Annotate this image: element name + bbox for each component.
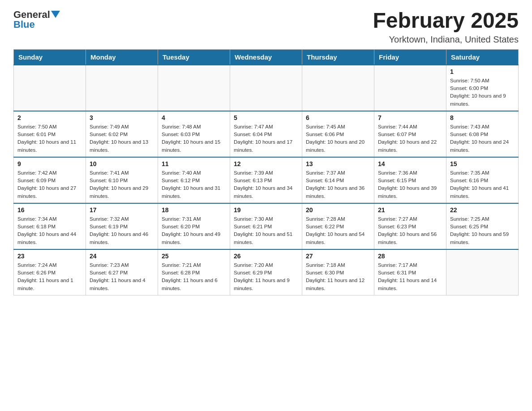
day-info: Sunrise: 7:49 AMSunset: 6:02 PMDaylight:… (90, 123, 154, 154)
day-info: Sunrise: 7:45 AMSunset: 6:06 PMDaylight:… (306, 123, 370, 154)
day-info: Sunrise: 7:32 AMSunset: 6:19 PMDaylight:… (90, 215, 154, 246)
day-info: Sunrise: 7:25 AMSunset: 6:25 PMDaylight:… (450, 215, 515, 246)
calendar-cell: 14Sunrise: 7:36 AMSunset: 6:15 PMDayligh… (374, 157, 446, 203)
calendar-title: February 2025 (373, 9, 519, 33)
day-number: 27 (306, 253, 370, 260)
calendar-cell: 11Sunrise: 7:40 AMSunset: 6:12 PMDayligh… (158, 157, 230, 203)
calendar-cell: 20Sunrise: 7:28 AMSunset: 6:22 PMDayligh… (302, 203, 374, 249)
day-number: 19 (234, 206, 298, 214)
calendar-cell: 13Sunrise: 7:37 AMSunset: 6:14 PMDayligh… (302, 157, 374, 203)
day-info: Sunrise: 7:48 AMSunset: 6:03 PMDaylight:… (162, 123, 226, 154)
day-info: Sunrise: 7:36 AMSunset: 6:15 PMDaylight:… (378, 169, 442, 200)
day-info: Sunrise: 7:31 AMSunset: 6:20 PMDaylight:… (162, 215, 226, 246)
day-number: 1 (450, 68, 515, 75)
day-number: 3 (90, 114, 154, 121)
calendar-week-row: 9Sunrise: 7:42 AMSunset: 6:09 PMDaylight… (14, 157, 519, 203)
day-number: 7 (378, 114, 442, 121)
day-number: 26 (234, 253, 298, 260)
page-header: General Blue February 2025 Yorktown, Ind… (13, 9, 519, 45)
calendar-cell (14, 65, 86, 111)
calendar-header-row: SundayMondayTuesdayWednesdayThursdayFrid… (14, 49, 519, 65)
calendar-cell: 19Sunrise: 7:30 AMSunset: 6:21 PMDayligh… (230, 203, 302, 249)
day-info: Sunrise: 7:47 AMSunset: 6:04 PMDaylight:… (234, 123, 298, 154)
day-number: 13 (306, 160, 370, 167)
calendar-cell: 22Sunrise: 7:25 AMSunset: 6:25 PMDayligh… (446, 203, 519, 249)
calendar-cell: 8Sunrise: 7:43 AMSunset: 6:08 PMDaylight… (446, 111, 519, 157)
day-number: 28 (378, 253, 442, 260)
calendar-day-header: Thursday (302, 49, 374, 65)
day-info: Sunrise: 7:28 AMSunset: 6:22 PMDaylight:… (306, 215, 370, 246)
calendar-week-row: 16Sunrise: 7:34 AMSunset: 6:18 PMDayligh… (14, 203, 519, 249)
day-number: 10 (90, 160, 154, 167)
calendar-cell: 28Sunrise: 7:17 AMSunset: 6:31 PMDayligh… (374, 249, 446, 295)
day-number: 2 (17, 114, 82, 121)
day-number: 6 (306, 114, 370, 121)
day-number: 16 (17, 206, 82, 214)
day-info: Sunrise: 7:23 AMSunset: 6:27 PMDaylight:… (90, 261, 154, 292)
day-number: 25 (162, 253, 226, 260)
calendar-cell: 9Sunrise: 7:42 AMSunset: 6:09 PMDaylight… (14, 157, 86, 203)
day-number: 8 (450, 114, 515, 121)
day-info: Sunrise: 7:37 AMSunset: 6:14 PMDaylight:… (306, 169, 370, 200)
day-info: Sunrise: 7:20 AMSunset: 6:29 PMDaylight:… (234, 261, 298, 292)
day-info: Sunrise: 7:50 AMSunset: 6:01 PMDaylight:… (17, 123, 82, 154)
day-info: Sunrise: 7:44 AMSunset: 6:07 PMDaylight:… (378, 123, 442, 154)
calendar-day-header: Friday (374, 49, 446, 65)
day-number: 18 (162, 206, 226, 214)
day-info: Sunrise: 7:50 AMSunset: 6:00 PMDaylight:… (450, 77, 515, 108)
calendar-cell: 2Sunrise: 7:50 AMSunset: 6:01 PMDaylight… (14, 111, 86, 157)
calendar-cell: 7Sunrise: 7:44 AMSunset: 6:07 PMDaylight… (374, 111, 446, 157)
day-info: Sunrise: 7:24 AMSunset: 6:26 PMDaylight:… (17, 261, 82, 292)
calendar-cell: 3Sunrise: 7:49 AMSunset: 6:02 PMDaylight… (86, 111, 158, 157)
logo: General Blue (13, 9, 60, 30)
day-number: 24 (90, 253, 154, 260)
day-number: 23 (17, 253, 82, 260)
logo-triangle-icon (51, 11, 60, 18)
day-number: 4 (162, 114, 226, 121)
day-number: 22 (450, 206, 515, 214)
day-info: Sunrise: 7:43 AMSunset: 6:08 PMDaylight:… (450, 123, 515, 154)
calendar-cell (86, 65, 158, 111)
calendar-cell: 17Sunrise: 7:32 AMSunset: 6:19 PMDayligh… (86, 203, 158, 249)
calendar-cell: 5Sunrise: 7:47 AMSunset: 6:04 PMDaylight… (230, 111, 302, 157)
calendar-cell (230, 65, 302, 111)
day-number: 9 (17, 160, 82, 167)
calendar-cell: 27Sunrise: 7:18 AMSunset: 6:30 PMDayligh… (302, 249, 374, 295)
calendar-cell: 24Sunrise: 7:23 AMSunset: 6:27 PMDayligh… (86, 249, 158, 295)
day-info: Sunrise: 7:40 AMSunset: 6:12 PMDaylight:… (162, 169, 226, 200)
calendar-week-row: 23Sunrise: 7:24 AMSunset: 6:26 PMDayligh… (14, 249, 519, 295)
calendar-day-header: Wednesday (230, 49, 302, 65)
day-number: 11 (162, 160, 226, 167)
calendar-cell: 18Sunrise: 7:31 AMSunset: 6:20 PMDayligh… (158, 203, 230, 249)
calendar-cell: 15Sunrise: 7:35 AMSunset: 6:16 PMDayligh… (446, 157, 519, 203)
day-info: Sunrise: 7:30 AMSunset: 6:21 PMDaylight:… (234, 215, 298, 246)
calendar-day-header: Monday (86, 49, 158, 65)
day-info: Sunrise: 7:42 AMSunset: 6:09 PMDaylight:… (17, 169, 82, 200)
logo-blue-text: Blue (13, 19, 35, 30)
day-info: Sunrise: 7:18 AMSunset: 6:30 PMDaylight:… (306, 261, 370, 292)
title-block: February 2025 Yorktown, Indiana, United … (373, 9, 519, 45)
day-number: 21 (378, 206, 442, 214)
calendar-table: SundayMondayTuesdayWednesdayThursdayFrid… (13, 49, 519, 295)
calendar-cell (302, 65, 374, 111)
day-number: 15 (450, 160, 515, 167)
day-number: 20 (306, 206, 370, 214)
day-number: 12 (234, 160, 298, 167)
day-info: Sunrise: 7:39 AMSunset: 6:13 PMDaylight:… (234, 169, 298, 200)
day-info: Sunrise: 7:17 AMSunset: 6:31 PMDaylight:… (378, 261, 442, 292)
calendar-day-header: Saturday (446, 49, 519, 65)
calendar-cell: 16Sunrise: 7:34 AMSunset: 6:18 PMDayligh… (14, 203, 86, 249)
calendar-cell: 21Sunrise: 7:27 AMSunset: 6:23 PMDayligh… (374, 203, 446, 249)
day-info: Sunrise: 7:41 AMSunset: 6:10 PMDaylight:… (90, 169, 154, 200)
calendar-cell: 4Sunrise: 7:48 AMSunset: 6:03 PMDaylight… (158, 111, 230, 157)
calendar-cell: 1Sunrise: 7:50 AMSunset: 6:00 PMDaylight… (446, 65, 519, 111)
calendar-subtitle: Yorktown, Indiana, United States (373, 34, 519, 45)
calendar-week-row: 2Sunrise: 7:50 AMSunset: 6:01 PMDaylight… (14, 111, 519, 157)
calendar-day-header: Tuesday (158, 49, 230, 65)
calendar-cell: 6Sunrise: 7:45 AMSunset: 6:06 PMDaylight… (302, 111, 374, 157)
calendar-cell (446, 249, 519, 295)
calendar-cell (158, 65, 230, 111)
day-info: Sunrise: 7:35 AMSunset: 6:16 PMDaylight:… (450, 169, 515, 200)
calendar-cell: 25Sunrise: 7:21 AMSunset: 6:28 PMDayligh… (158, 249, 230, 295)
calendar-cell: 12Sunrise: 7:39 AMSunset: 6:13 PMDayligh… (230, 157, 302, 203)
